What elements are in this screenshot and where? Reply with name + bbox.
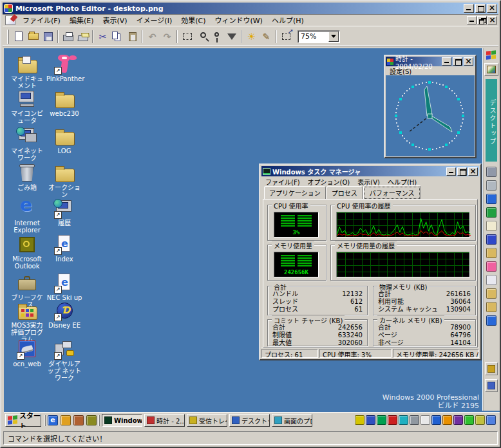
desktop-icon--[interactable]: オークション	[46, 163, 82, 199]
minimize-button[interactable]	[464, 4, 474, 13]
desktop-toolbar-icon-9[interactable]	[486, 275, 496, 285]
tab-2[interactable]: プロセス	[326, 186, 363, 200]
taskbar-button-4[interactable]: デスクトップ	[229, 414, 270, 427]
menu-item-3[interactable]: 表示(V)	[98, 14, 131, 26]
desktop-toolbar-icon-10[interactable]	[486, 288, 496, 299]
start-button[interactable]: スタート	[5, 414, 41, 427]
clock-menu-settings[interactable]: 設定(S)	[386, 66, 415, 76]
maximize-button[interactable]	[475, 4, 486, 13]
tray-icon-10[interactable]	[453, 415, 463, 425]
desktop-toolbar-bottom-button-2[interactable]	[485, 379, 498, 392]
child-close-button[interactable]	[487, 16, 497, 24]
task-manager-title-bar[interactable]: Windows タスク マネージャ	[261, 166, 479, 176]
menu-item-4[interactable]: イメージ(I)	[132, 14, 177, 26]
desktop-icon-index[interactable]: Index	[46, 235, 82, 263]
desktop-icon-microsoft-outlook[interactable]: Microsoft Outlook	[9, 235, 45, 270]
clock-maximize-button[interactable]	[453, 57, 462, 66]
desktop-icon-nec-ski-up[interactable]: NEC Ski up	[46, 274, 82, 302]
tray-icon-2[interactable]	[366, 415, 375, 425]
task-manager-menu-item-1[interactable]: ファイル(F)	[261, 176, 304, 187]
open-button[interactable]	[26, 30, 41, 44]
desktop-icon--[interactable]: ダイヤルアップ ネットワーク	[46, 340, 82, 382]
task-manager-maximize-button[interactable]	[457, 167, 467, 176]
desktop-icon--[interactable]: マイコンピュータ	[9, 89, 45, 125]
desktop-toolbar-icon-6[interactable]	[486, 234, 496, 245]
clock-title-bar[interactable]: 時計 - 2004/02/20	[386, 57, 475, 66]
menu-item-2[interactable]: 編集(E)	[65, 14, 99, 26]
taskbar-button-2[interactable]: 時計 - 2...	[144, 414, 185, 427]
desktop-icon-ocn-web[interactable]: ocn_web	[9, 340, 45, 368]
tray-icon-3[interactable]	[377, 415, 386, 425]
menu-item-1[interactable]: ファイル(F)	[18, 14, 65, 26]
tray-icon-7[interactable]	[421, 415, 430, 425]
desktop-icon--[interactable]: マイドキュメント	[9, 55, 45, 90]
desktop-toolbar-icon-8[interactable]	[486, 261, 496, 272]
tab-1[interactable]: アプリケーション	[264, 186, 326, 200]
cut-button[interactable]	[95, 30, 110, 44]
desktop-toolbar-icon-3[interactable]	[486, 194, 496, 204]
document-icon[interactable]	[5, 15, 15, 25]
zoom-combobox[interactable]: 75%	[298, 30, 340, 43]
zoom-dropdown-button[interactable]	[328, 32, 339, 42]
desktop-toolbar-icon-11[interactable]	[486, 302, 496, 312]
clock-minimize-button[interactable]	[442, 57, 451, 66]
undo-button[interactable]	[145, 30, 160, 44]
tray-icon-1[interactable]	[355, 415, 364, 425]
title-bar[interactable]: Microsoft Photo Editor - desktop.png	[3, 3, 498, 14]
save-button[interactable]	[41, 30, 55, 44]
desktop-icon-pinkpanther[interactable]: PinkPanther	[46, 55, 82, 83]
task-manager-close-button[interactable]	[468, 167, 478, 176]
clock-close-button[interactable]	[464, 57, 473, 66]
desktop-icon--[interactable]: マイネットワーク	[9, 127, 45, 162]
paste-button[interactable]	[125, 30, 140, 44]
desktop-icon-webc230[interactable]: webc230	[46, 89, 82, 118]
taskbar-grip[interactable]	[44, 415, 46, 426]
tray-icon-4[interactable]	[388, 415, 397, 425]
desktop-icon-disney-ee[interactable]: Disney EE	[46, 301, 82, 330]
desktop-icon-mos3-[interactable]: MOS3実力評価プログラム	[9, 301, 45, 344]
desktop-toolbar-icon-7[interactable]	[486, 248, 496, 258]
windows-flag-icon[interactable]	[486, 50, 496, 61]
taskbar-grip[interactable]	[98, 415, 100, 426]
desktop-toolbar-icon-12[interactable]	[486, 315, 496, 326]
print-button[interactable]	[61, 30, 75, 44]
desktop-toolbar-icon-5[interactable]	[486, 221, 496, 231]
desktop-icon-log[interactable]: LOG	[46, 127, 82, 155]
new-document-button[interactable]	[11, 30, 26, 44]
desktop-icon-internet-explorer[interactable]: Internet Explorer	[9, 199, 45, 234]
taskbar-button-3[interactable]: 受信トレイ...	[187, 414, 227, 427]
tab-3[interactable]: パフォーマンス	[363, 185, 421, 200]
tray-icon-8[interactable]	[431, 415, 441, 425]
brightness-button[interactable]	[244, 30, 259, 44]
sharpen-button[interactable]	[259, 30, 274, 44]
taskbar-button-1[interactable]: Window...	[102, 414, 142, 427]
desktop-icon--[interactable]: ごみ箱	[9, 163, 45, 192]
desktop-toolbar-button[interactable]	[484, 63, 498, 76]
child-restore-button[interactable]	[477, 16, 487, 24]
copy-region-button[interactable]	[279, 30, 294, 44]
select-tool-button[interactable]	[180, 30, 194, 44]
tray-icon-13[interactable]	[486, 415, 496, 425]
toolbar-grip[interactable]	[7, 30, 9, 44]
zoom-tool-button[interactable]	[194, 30, 209, 44]
desktop-toolbar-title[interactable]: デスクトップ	[486, 79, 497, 162]
child-minimize-button[interactable]	[467, 16, 477, 24]
desktop-toolbar-icon-4[interactable]	[486, 207, 496, 218]
menu-item-7[interactable]: ヘルプ(H)	[267, 14, 308, 26]
desktop-icon--[interactable]: 履歴	[46, 199, 82, 227]
quicklaunch-app-icon[interactable]	[86, 415, 97, 425]
desktop-toolbar-bottom-button-1[interactable]	[485, 362, 498, 375]
dropper-tool-button[interactable]	[209, 30, 224, 44]
menu-item-6[interactable]: ウィンドウ(W)	[210, 14, 267, 26]
quicklaunch-search-icon[interactable]	[73, 415, 84, 425]
tray-icon-6[interactable]	[410, 415, 419, 425]
menu-item-5[interactable]: 効果(C)	[176, 14, 210, 26]
desktop-toolbar-icon-1[interactable]	[486, 167, 496, 177]
taskbar-button-5[interactable]: 画面のプロ...	[272, 414, 312, 427]
desktop-toolbar-icon-2[interactable]	[486, 180, 496, 191]
tray-icon-12[interactable]	[475, 415, 485, 425]
copy-button[interactable]	[110, 30, 125, 44]
filter-tool-button[interactable]	[224, 30, 239, 44]
task-manager-minimize-button[interactable]	[446, 167, 456, 176]
tray-icon-9[interactable]	[442, 415, 452, 425]
